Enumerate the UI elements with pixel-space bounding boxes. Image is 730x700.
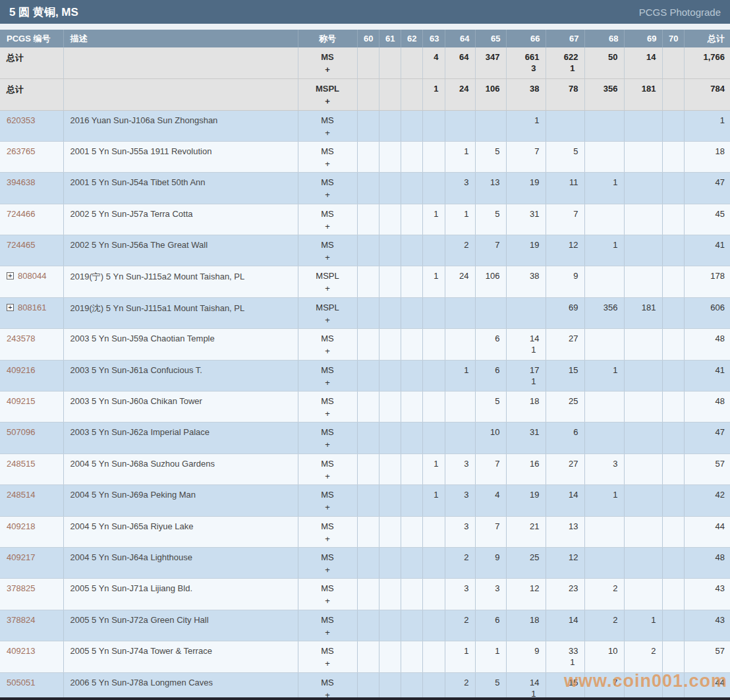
table-row: 3946382001 5 Yn Sun-J54a Tibet 50th AnnM… — [0, 173, 730, 204]
pcgs-number-link[interactable]: 409218 — [7, 521, 35, 531]
grade-62-count — [401, 173, 422, 204]
row-total: 44 — [684, 672, 730, 700]
grade-count-value: 9 — [476, 552, 500, 562]
grade-60-count — [357, 79, 379, 111]
row-total: 1,766 — [684, 47, 730, 79]
designation-plus: + — [299, 252, 356, 262]
designation: MS+ — [298, 547, 357, 578]
grade-61-count — [379, 110, 401, 141]
pcgs-number-link[interactable]: 808044 — [18, 271, 46, 281]
header-grade-69: 69 — [624, 30, 662, 47]
photograde-link[interactable]: PCGS Photograde — [639, 7, 721, 18]
grade-count-value: 14 — [547, 615, 578, 625]
grade-62-count — [401, 47, 422, 79]
expand-icon[interactable]: + — [7, 272, 14, 279]
row-total: 41 — [684, 360, 730, 391]
coin-description: 2004 5 Yn Sun-J69a Peking Man — [63, 485, 298, 516]
pcgs-number-cell: 263765 — [0, 141, 63, 172]
pcgs-number-link[interactable]: 724466 — [7, 209, 35, 219]
grade-67-count: 5 — [546, 141, 584, 172]
pcgs-number-link[interactable]: 263765 — [7, 146, 35, 156]
grade-63-count — [422, 235, 445, 266]
population-table-body: 总计MS+4643476613622150141,766总计MSPL+12410… — [0, 47, 730, 700]
grade-61-count — [379, 360, 401, 391]
grade-count-value: 14 — [547, 490, 578, 500]
grade-60-count — [357, 173, 379, 204]
grade-plus-count-value: 1 — [547, 63, 578, 73]
grade-67-count: 6221 — [546, 47, 584, 79]
designation: MS+ — [298, 204, 357, 235]
grade-69-count — [624, 266, 662, 297]
grade-count-value: 1 — [446, 365, 469, 375]
grade-69-count: 1 — [624, 610, 662, 641]
grade-count-value: 4 — [476, 490, 500, 500]
pcgs-number-link[interactable]: 724465 — [7, 240, 35, 250]
grade-count-value: 5 — [476, 396, 500, 406]
grade-63-count: 1 — [422, 79, 445, 111]
pcgs-number-link[interactable]: 409215 — [7, 396, 35, 406]
grade-count-value: 12 — [507, 583, 540, 593]
designation-plus: + — [299, 65, 356, 74]
grade-65-count: 5 — [475, 672, 506, 700]
grade-count-value: 6 — [476, 615, 500, 625]
designation-plus: + — [299, 534, 356, 544]
row-total: 42 — [684, 485, 730, 516]
designation-label: MS — [299, 521, 356, 531]
grade-60-count — [357, 47, 379, 79]
pcgs-number-link[interactable]: 409217 — [7, 552, 35, 562]
pcgs-number-link[interactable]: 394638 — [7, 177, 35, 187]
grade-70-count — [662, 579, 684, 610]
pcgs-number-link[interactable]: 378824 — [7, 615, 35, 625]
page-title: 5 圆 黄铜, MS — [9, 5, 78, 20]
pcgs-number-link[interactable]: 248514 — [7, 490, 35, 500]
pcgs-number-cell: 724466 — [0, 204, 63, 235]
header-total: 总计 — [684, 30, 730, 47]
grade-63-count — [422, 579, 445, 610]
designation-plus: + — [299, 283, 356, 293]
grade-63-count — [422, 547, 445, 578]
expand-icon[interactable]: + — [7, 304, 14, 311]
grade-68-count: 1 — [584, 173, 624, 204]
designation: MS+ — [298, 235, 357, 266]
coin-description: 2005 5 Yn Sun-J74a Tower & Terrace — [63, 641, 298, 672]
grade-69-count: 181 — [624, 297, 662, 328]
grade-67-count: 14 — [546, 485, 584, 516]
designation: MS+ — [298, 610, 357, 641]
grade-62-count — [401, 579, 422, 610]
pcgs-number-cell: 409217 — [0, 547, 63, 578]
grade-60-count — [357, 672, 379, 700]
grade-64-count: 64 — [445, 47, 475, 79]
grade-count-value: 6 — [476, 334, 500, 343]
grade-70-count — [662, 641, 684, 672]
pcgs-number-link[interactable]: 248515 — [7, 459, 35, 469]
grade-count-value: 2 — [625, 646, 656, 656]
grade-70-count — [662, 47, 684, 79]
pcgs-number-link[interactable]: 507096 — [7, 427, 35, 437]
grade-60-count — [357, 547, 379, 578]
pcgs-number-link[interactable]: 378825 — [7, 583, 35, 593]
grade-65-count: 106 — [475, 79, 506, 111]
grade-66-count: 141 — [506, 672, 546, 700]
grade-70-count — [662, 235, 684, 266]
row-total: 57 — [684, 453, 730, 484]
pcgs-number-link[interactable]: 409216 — [7, 365, 35, 375]
table-row: 2637652001 5 Yn Sun-J55a 1911 Revolution… — [0, 141, 730, 172]
pcgs-number-link[interactable]: 243578 — [7, 334, 35, 343]
grade-count-value: 14 — [507, 678, 540, 687]
pcgs-number-link[interactable]: 808161 — [18, 303, 46, 312]
pcgs-number-link[interactable]: 505051 — [7, 678, 35, 687]
row-total: 1 — [684, 110, 730, 141]
table-row: 3788252005 5 Yn Sun-J71a Lijiang Bld.MS+… — [0, 579, 730, 610]
coin-description: 2003 5 Yn Sun-J61a Confucious T. — [63, 360, 298, 391]
pcgs-number-link[interactable]: 409213 — [7, 646, 35, 656]
grade-67-count: 78 — [546, 79, 584, 111]
grade-68-count: 7 — [584, 672, 624, 700]
table-row: 5050512006 5 Yn Sun-J78a Longmen CavesMS… — [0, 672, 730, 700]
grade-67-count: 15 — [546, 360, 584, 391]
header-grade-67: 67 — [546, 30, 584, 47]
designation: MS+ — [298, 516, 357, 547]
row-total: 48 — [684, 329, 730, 360]
grade-62-count — [401, 329, 422, 360]
pcgs-number-link[interactable]: 620353 — [7, 115, 35, 125]
grade-63-count — [422, 392, 445, 423]
